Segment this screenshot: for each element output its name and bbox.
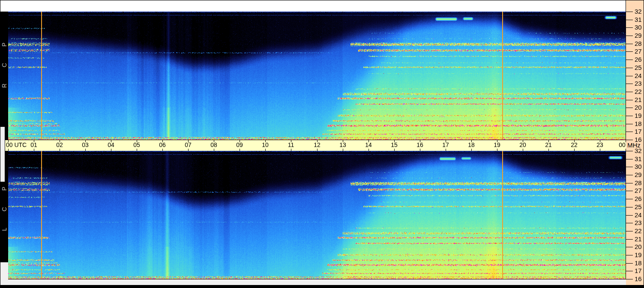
hour-tick-bottom xyxy=(265,149,266,151)
time-label-hour: 05 xyxy=(130,141,143,148)
freq-tick xyxy=(626,199,633,199)
hour-tick-bottom xyxy=(497,149,497,151)
freq-tick xyxy=(626,207,633,207)
time-label-hour: 02 xyxy=(53,141,66,148)
freq-label: 31 xyxy=(635,156,643,162)
time-label-hour: 04 xyxy=(105,141,117,148)
hour-tick-bottom xyxy=(420,149,420,151)
hour-tick-bottom xyxy=(111,149,111,151)
freq-tick xyxy=(626,27,633,28)
freq-tick xyxy=(626,247,633,247)
freq-label: 27 xyxy=(635,187,643,194)
hour-tick-bottom xyxy=(162,149,163,151)
freq-label: 19 xyxy=(635,252,643,258)
freq-label: 28 xyxy=(635,40,643,47)
freq-label: 19 xyxy=(635,112,643,119)
time-label-hour: 09 xyxy=(233,141,246,148)
time-label-hour: 10 xyxy=(259,141,272,148)
hour-tick-bottom xyxy=(137,149,137,151)
hour-tick-bottom xyxy=(317,149,318,151)
time-label-hour: 19 xyxy=(491,141,503,148)
freq-tick xyxy=(626,215,633,216)
time-label-hour: 03 xyxy=(79,141,92,148)
time-label-hour: 16 xyxy=(413,141,426,148)
freq-label: 28 xyxy=(635,180,643,186)
hour-tick-bottom xyxy=(523,149,523,151)
time-label-end: 00 xyxy=(616,141,629,148)
freq-label: 24 xyxy=(635,72,643,79)
freq-label: 21 xyxy=(635,96,643,103)
time-label-hour: 07 xyxy=(182,141,195,148)
freq-tick xyxy=(626,279,633,279)
freq-tick xyxy=(626,60,633,60)
freq-label: 23 xyxy=(635,219,643,226)
freq-tick xyxy=(626,51,633,52)
freq-label: 17 xyxy=(635,267,643,274)
freq-label: 30 xyxy=(635,24,643,31)
freq-label: 29 xyxy=(635,32,643,39)
window-bottom-margin xyxy=(0,279,626,285)
freq-label: 32 xyxy=(635,147,643,154)
freq-label: 30 xyxy=(635,163,643,170)
hour-tick-bottom xyxy=(214,149,214,151)
freq-label: 16 xyxy=(635,276,643,282)
time-label-hour: 13 xyxy=(336,141,349,148)
hour-tick-bottom xyxy=(574,149,575,151)
hour-tick-bottom xyxy=(343,149,343,151)
time-label-hour: 11 xyxy=(285,141,297,148)
time-label-hour: 22 xyxy=(568,141,581,148)
time-label-hour: 14 xyxy=(362,141,375,148)
time-label-hour: 06 xyxy=(156,141,169,148)
freq-label: 17 xyxy=(635,128,643,135)
freq-label: 26 xyxy=(635,56,643,63)
freq-tick xyxy=(626,100,633,100)
freq-label: 25 xyxy=(635,64,643,71)
freq-label: 22 xyxy=(635,228,643,234)
hour-tick-bottom xyxy=(85,149,86,151)
freq-label: 21 xyxy=(635,236,643,243)
freq-tick xyxy=(626,159,633,159)
freq-tick xyxy=(626,167,633,167)
time-label-hour: 17 xyxy=(439,141,452,148)
hour-tick-bottom xyxy=(60,149,60,151)
time-label-hour: 23 xyxy=(593,141,606,148)
hour-tick-bottom xyxy=(600,149,600,151)
time-label-hour: 12 xyxy=(311,141,323,148)
rcp-spectrogram-heatmap xyxy=(8,12,626,140)
freq-label: 22 xyxy=(635,88,643,95)
freq-tick xyxy=(626,76,633,76)
freq-label: 23 xyxy=(635,80,643,87)
freq-label: 26 xyxy=(635,195,643,202)
freq-label: 25 xyxy=(635,204,643,210)
time-label-hour: 08 xyxy=(207,141,220,148)
freq-tick xyxy=(626,132,633,132)
time-label-hour: 15 xyxy=(388,141,401,148)
freq-label: 27 xyxy=(635,48,643,55)
time-label-hour: 21 xyxy=(542,141,555,148)
hour-tick-bottom xyxy=(188,149,189,151)
freq-tick xyxy=(626,175,633,175)
lcp-spectrogram-heatmap xyxy=(8,151,626,279)
freq-label: 29 xyxy=(635,171,643,178)
time-label-hour: 01 xyxy=(27,141,40,148)
freq-tick xyxy=(626,191,633,191)
time-label-hour: 20 xyxy=(516,141,529,148)
freq-tick xyxy=(626,140,633,140)
time-label-hour: 18 xyxy=(465,141,478,148)
freq-tick xyxy=(626,108,633,108)
spectrogram-window: AJ4CO Observatory 13 Jan 2023 - DPS on T… xyxy=(0,0,644,288)
freq-tick xyxy=(626,183,633,183)
freq-tick xyxy=(626,231,633,231)
hour-tick-bottom xyxy=(548,149,549,151)
window-left-margin-lower xyxy=(0,262,8,279)
rcp-polarization-label: RCP xyxy=(1,48,8,104)
hour-tick-bottom xyxy=(291,149,291,151)
freq-label: 16 xyxy=(635,136,643,143)
freq-tick xyxy=(626,124,633,124)
freq-tick xyxy=(626,92,633,92)
window-left-margin-upper xyxy=(0,127,5,182)
freq-tick xyxy=(626,255,633,255)
freq-tick xyxy=(626,84,633,84)
freq-label: 31 xyxy=(635,16,643,23)
freq-tick xyxy=(626,223,633,223)
